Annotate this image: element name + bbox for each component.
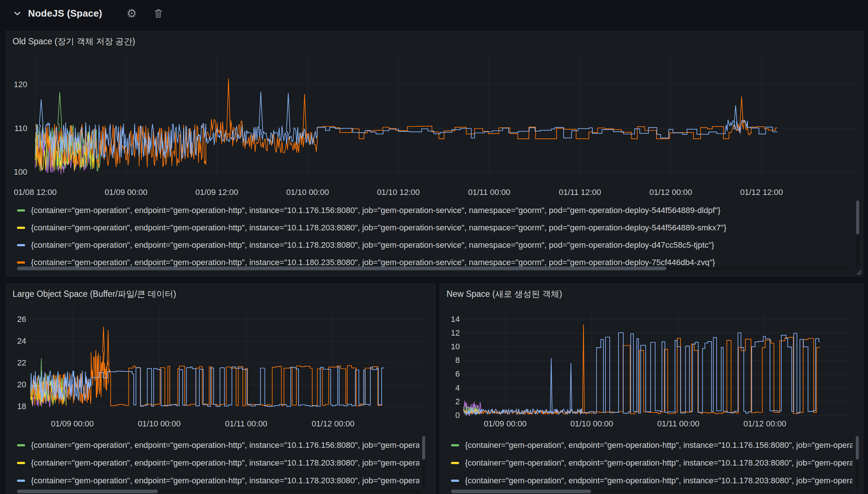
legend-vertical-scrollbar[interactable] (856, 436, 859, 490)
legend-item[interactable]: {container="gem-operation", endpoint="ge… (451, 472, 852, 490)
y-tick-label: 14 (440, 315, 460, 324)
scrollbar-thumb[interactable] (422, 436, 425, 460)
legend-label: {container="gem-operation", endpoint="ge… (31, 458, 419, 468)
x-tick-label: 01/09 00:00 (97, 188, 156, 197)
legend-color-dash (17, 480, 25, 482)
legend-horizontal-scrollbar[interactable] (17, 490, 421, 493)
x-tick-label: 01/09 00:00 (476, 419, 535, 429)
scrollbar-thumb[interactable] (856, 200, 859, 234)
x-tick-label: 01/12 00:00 (641, 188, 700, 197)
legend-vertical-scrollbar[interactable] (856, 200, 859, 268)
legend-horizontal-scrollbar[interactable] (451, 490, 850, 493)
legend-color-dash (17, 227, 25, 229)
legend-label: {container="gem-operation", endpoint="ge… (31, 258, 715, 267)
row-delete-button[interactable] (150, 5, 166, 21)
legend-color-dash (17, 261, 25, 264)
legend-color-dash (17, 209, 25, 212)
legend-color-dash (451, 462, 459, 464)
x-tick-label: 01/08 12:00 (6, 188, 65, 197)
legend-label: {container="gem-operation", endpoint="ge… (31, 476, 419, 486)
row-collapse-button[interactable]: NodeJS (Space) (13, 8, 102, 19)
x-tick-label: 01/11 00:00 (217, 419, 276, 429)
legend-label: {container="gem-operation", endpoint="ge… (31, 206, 720, 215)
y-tick-label: 120 (6, 80, 27, 89)
legend-item[interactable]: {container="gem-operation", endpoint="ge… (17, 454, 419, 472)
trash-icon (154, 8, 163, 18)
chevron-down-icon (13, 9, 21, 17)
legend-item[interactable]: {container="gem-operation", endpoint="ge… (451, 436, 852, 454)
gear-icon: ⚙ (127, 8, 137, 19)
legend-item[interactable]: {container="gem-operation", endpoint="ge… (451, 454, 852, 472)
x-tick-label: 01/09 00:00 (43, 419, 102, 429)
legend-item[interactable]: {container="gem-operation", endpoint="ge… (17, 472, 419, 490)
panel-new-space: New Space (새로 생성된 객체) 1412108642001/09 0… (440, 284, 863, 494)
y-tick-label: 10 (440, 342, 460, 351)
y-tick-label: 6 (440, 369, 460, 379)
legend-vertical-scrollbar[interactable] (422, 436, 425, 490)
y-tick-label: 2 (440, 397, 460, 406)
x-tick-label: 01/11 00:00 (649, 419, 708, 429)
x-tick-label: 01/10 00:00 (130, 419, 189, 429)
series-line-orange (464, 325, 820, 415)
scrollbar-thumb[interactable] (856, 436, 859, 460)
legend-label: {container="gem-operation", endpoint="ge… (465, 476, 852, 486)
legend-label: {container="gem-operation", endpoint="ge… (465, 458, 852, 468)
y-tick-label: 0 (440, 411, 460, 420)
y-tick-label: 20 (6, 380, 26, 390)
x-tick-label: 01/12 12:00 (732, 188, 791, 197)
legend-color-dash (17, 462, 25, 464)
legend-color-dash (451, 444, 459, 446)
y-tick-label: 110 (6, 124, 27, 133)
y-tick-label: 12 (440, 328, 460, 338)
x-tick-label: 01/10 00:00 (278, 188, 337, 197)
legend-item[interactable]: {container="gem-operation", endpoint="ge… (17, 219, 853, 236)
grafana-dashboard: NodeJS (Space) ⚙ Old Space (장기 객체 저장 공간)… (0, 0, 868, 494)
legend: {container="gem-operation", endpoint="ge… (451, 436, 852, 490)
y-tick-label: 22 (6, 358, 26, 368)
panel-large-object-space: Large Object Space (Buffer/파일/큰 데이터) 262… (6, 284, 435, 494)
x-tick-label: 01/11 12:00 (551, 188, 610, 197)
x-tick-label: 01/12 00:00 (736, 419, 795, 429)
x-tick-label: 01/10 12:00 (369, 188, 428, 197)
panel-old-space: Old Space (장기 객체 저장 공간) 12011010001/08 1… (6, 31, 863, 277)
y-tick-label: 100 (6, 167, 27, 177)
y-tick-label: 24 (6, 336, 26, 346)
legend: {container="gem-operation", endpoint="ge… (17, 436, 419, 490)
y-tick-label: 8 (440, 356, 460, 365)
legend-item[interactable]: {container="gem-operation", endpoint="ge… (17, 436, 419, 454)
row-header: NodeJS (Space) ⚙ (0, 0, 868, 27)
row-settings-button[interactable]: ⚙ (124, 5, 140, 21)
x-tick-label: 01/10 00:00 (562, 419, 621, 429)
legend: {container="gem-operation", endpoint="ge… (17, 202, 853, 267)
legend-horizontal-scrollbar[interactable] (17, 267, 848, 270)
legend-color-dash (17, 444, 25, 446)
legend-label: {container="gem-operation", endpoint="ge… (31, 440, 419, 450)
y-tick-label: 4 (440, 383, 460, 393)
x-tick-label: 01/11 00:00 (460, 188, 519, 197)
legend-color-dash (17, 244, 25, 246)
legend-item[interactable]: {container="gem-operation", endpoint="ge… (17, 236, 853, 254)
legend-label: {container="gem-operation", endpoint="ge… (465, 440, 852, 450)
y-tick-label: 26 (6, 315, 26, 324)
panel-resize-handle[interactable] (855, 268, 862, 275)
legend-item[interactable]: {container="gem-operation", endpoint="ge… (17, 254, 853, 267)
y-tick-label: 18 (6, 402, 26, 411)
series-line-blue (464, 333, 820, 414)
x-tick-label: 01/09 12:00 (187, 188, 247, 197)
legend-color-dash (451, 480, 459, 482)
scrollbar-thumb[interactable] (451, 490, 591, 493)
row-title: NodeJS (Space) (28, 8, 102, 19)
legend-item[interactable]: {container="gem-operation", endpoint="ge… (17, 202, 853, 219)
series-line-orange (35, 79, 778, 168)
legend-label: {container="gem-operation", endpoint="ge… (31, 223, 726, 233)
x-tick-label: 01/12 00:00 (304, 419, 363, 429)
scrollbar-thumb[interactable] (17, 490, 158, 493)
scrollbar-thumb[interactable] (17, 267, 666, 270)
legend-label: {container="gem-operation", endpoint="ge… (31, 240, 714, 250)
